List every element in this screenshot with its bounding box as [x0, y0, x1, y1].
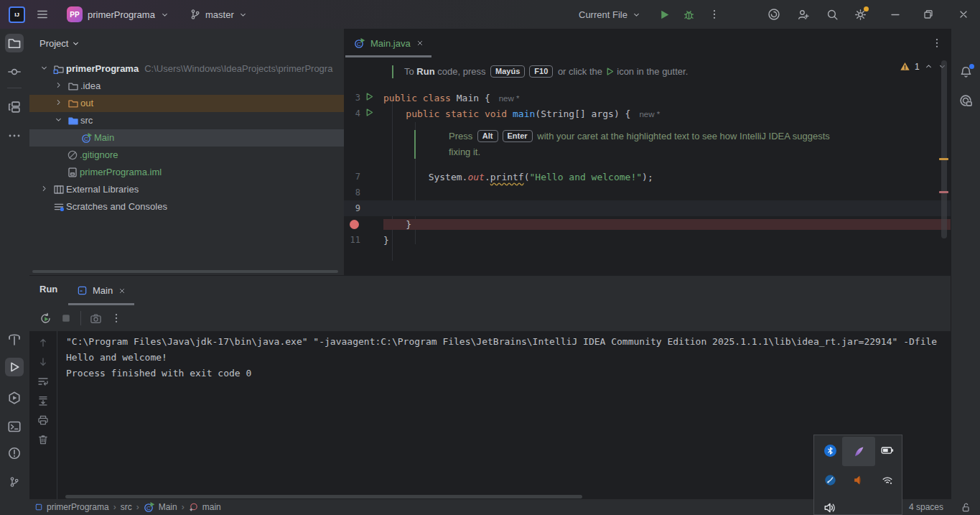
tree-item-primerprograma[interactable]: primerProgramaC:\Users\Windows\IdeaProje…	[29, 60, 344, 78]
code-area[interactable]: To Run code, press MayúsF10 or click the…	[344, 57, 951, 248]
wifi-icon[interactable]	[881, 473, 894, 486]
down-arrow-icon[interactable]	[37, 356, 49, 368]
breadcrumb-separator: ›	[113, 502, 116, 512]
code-line-3[interactable]: 3public class Main {new *	[344, 90, 951, 106]
breadcrumb-main[interactable]: CMain	[144, 501, 177, 513]
debug-button[interactable]	[683, 0, 695, 29]
tool-terminal-button[interactable]	[5, 417, 24, 436]
chevron-down-icon[interactable]	[54, 115, 63, 124]
close-tab-icon[interactable]	[416, 39, 424, 47]
chevron-right-icon[interactable]	[39, 184, 49, 193]
toolbar-more-icon[interactable]	[111, 312, 122, 324]
console[interactable]: "C:\Program Files\Java\jdk-17\bin\java.e…	[29, 331, 951, 500]
folder-src-icon	[67, 115, 79, 126]
print-icon[interactable]	[37, 414, 49, 426]
up-arrow-icon[interactable]	[37, 337, 49, 348]
tree-item--idea[interactable]: .idea	[29, 78, 344, 95]
tree-item-external-libraries[interactable]: External Libraries	[29, 181, 344, 198]
editor-scrollbar[interactable]	[941, 60, 947, 238]
code-line-4[interactable]: 4 public static void main(String[] args)…	[344, 106, 951, 121]
project-name: primerPrograma	[88, 9, 155, 20]
tree-item-label: out	[80, 98, 93, 109]
console-hscrollbar[interactable]	[65, 495, 582, 498]
project-hscrollbar[interactable]	[32, 270, 338, 273]
bluetooth-icon[interactable]	[823, 444, 836, 457]
folder-project-icon	[53, 63, 65, 75]
add-user-button[interactable]	[797, 0, 809, 29]
tool-commit-button[interactable]	[5, 62, 24, 81]
tree-item-primerprograma-iml[interactable]: primerPrograma.iml	[29, 164, 344, 181]
clear-console-icon[interactable]	[37, 434, 49, 445]
tool-build-button[interactable]	[5, 330, 24, 349]
blue-orb-icon[interactable]	[823, 473, 836, 486]
tool-run-button[interactable]	[5, 358, 24, 376]
gutter-run-icon[interactable]	[360, 92, 383, 103]
project-panel-header[interactable]: Project	[29, 29, 344, 57]
gutter-run-icon[interactable]	[360, 108, 383, 119]
chevron-right-icon[interactable]	[54, 80, 63, 90]
chevron-right-icon[interactable]	[54, 98, 63, 107]
run-config-selector[interactable]: Current File	[579, 0, 641, 29]
tree-item-main[interactable]: CMain	[29, 129, 344, 147]
tool-more-button[interactable]	[5, 126, 24, 145]
kebab-icon	[709, 9, 720, 20]
more-run-options-button[interactable]	[709, 0, 720, 29]
breadcrumb-primerprograma[interactable]: primerPrograma	[34, 502, 109, 512]
notification-badge	[969, 64, 974, 69]
tree-item-out[interactable]: out	[29, 95, 344, 112]
prev-warning-icon[interactable]	[924, 62, 933, 71]
tool-services-button[interactable]	[5, 389, 24, 407]
tree-item-scratches-and-consoles[interactable]: Scratches and Consoles	[29, 198, 344, 215]
stop-button[interactable]	[60, 312, 72, 324]
code-with-me-button[interactable]	[767, 0, 780, 29]
breakpoint-dot[interactable]	[350, 220, 359, 229]
breadcrumb-separator: ›	[182, 502, 185, 512]
tree-item-src[interactable]: src	[29, 112, 344, 129]
chevron-down-icon	[71, 39, 80, 48]
code-line-9[interactable]: 9	[344, 200, 951, 216]
code-line-8[interactable]: 8	[344, 185, 951, 200]
tab-main-java[interactable]: C Main.java	[345, 29, 433, 57]
search-everywhere-button[interactable]	[826, 0, 839, 29]
editor-options-icon[interactable]	[931, 37, 943, 49]
notifications-button[interactable]	[956, 62, 975, 81]
minimize-button[interactable]	[890, 0, 901, 29]
tool-git-button[interactable]	[5, 473, 24, 491]
chevron-down-icon[interactable]	[39, 63, 49, 73]
code-line-7[interactable]: 7 System.out.printf("Hello and welcome!"…	[344, 169, 951, 185]
close-tab-icon[interactable]	[118, 287, 126, 295]
code-line-11[interactable]: 11}	[344, 232, 951, 248]
maximize-button[interactable]	[923, 0, 934, 29]
indent-setting[interactable]: 4 spaces	[909, 502, 943, 512]
console-line: "C:\Program Files\Java\jdk-17\bin\java.e…	[66, 334, 951, 350]
tool-structure-button[interactable]	[5, 98, 24, 116]
console-output: "C:\Program Files\Java\jdk-17\bin\java.e…	[66, 334, 951, 381]
code-line[interactable]: }	[344, 216, 951, 232]
volume-orange-icon[interactable]	[852, 473, 865, 486]
tool-project-button[interactable]	[5, 34, 24, 52]
tool-problems-button[interactable]	[5, 444, 24, 463]
breadcrumb-main[interactable]: main	[189, 502, 221, 512]
run-button[interactable]	[658, 0, 671, 29]
run-tab-main[interactable]: Main	[68, 276, 135, 305]
battery-icon[interactable]	[881, 444, 894, 457]
ai-assistant-button[interactable]	[956, 91, 975, 110]
inspections-widget[interactable]: 1	[900, 61, 947, 72]
settings-button[interactable]	[854, 0, 867, 29]
speaker-icon[interactable]	[823, 501, 836, 514]
run-panel-title: Run	[39, 284, 57, 294]
stylus-pen-icon[interactable]	[852, 445, 865, 458]
soft-wrap-icon[interactable]	[37, 376, 49, 387]
camera-icon[interactable]	[90, 312, 102, 325]
unlock-icon[interactable]	[961, 502, 971, 513]
tree-item-label: primerProgramaC:\Users\Windows\IdeaProje…	[66, 63, 332, 75]
vcs-branch-widget[interactable]: master	[190, 0, 248, 29]
breadcrumb-src[interactable]: src	[121, 502, 132, 512]
close-button[interactable]	[958, 0, 969, 29]
tree-item--gitignore[interactable]: .gitignore	[29, 147, 344, 164]
scroll-to-end-icon[interactable]	[37, 395, 49, 407]
main-menu-button[interactable]	[36, 0, 49, 29]
rerun-button[interactable]	[39, 312, 52, 325]
project-widget[interactable]: PP primerPrograma	[67, 0, 169, 29]
editor-area[interactable]: C Main.java To Run code, press MayúsF10 …	[344, 29, 951, 275]
